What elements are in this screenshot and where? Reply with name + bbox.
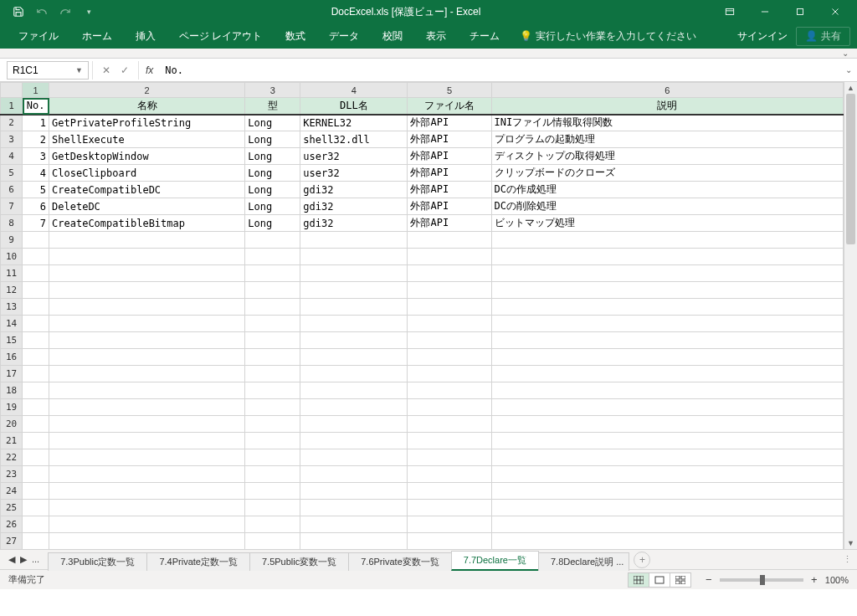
cell[interactable] [491,232,843,249]
col-header[interactable]: 1 [23,83,49,98]
cell[interactable] [23,265,49,282]
signin-link[interactable]: サインイン [729,29,796,44]
normal-view-icon[interactable] [628,572,649,588]
cell[interactable] [23,316,49,332]
cell[interactable]: 7 [23,215,49,232]
tab-insert[interactable]: 挿入 [124,23,167,49]
sheet-tab[interactable]: 7.4Private定数一覧 [146,552,250,571]
enter-icon[interactable]: ✓ [116,64,133,76]
tab-review[interactable]: 校閲 [371,23,414,49]
row-header[interactable]: 9 [1,232,23,249]
cell[interactable] [300,282,408,299]
cell[interactable]: user32 [300,148,408,165]
cell[interactable] [245,533,300,550]
cell[interactable]: ビットマップ処理 [491,215,843,232]
cell[interactable] [491,533,843,550]
cell[interactable] [23,533,49,550]
zoom-out-button[interactable]: − [703,573,715,586]
scroll-down-icon[interactable]: ▼ [844,539,857,547]
select-all-corner[interactable] [1,83,23,98]
cell[interactable] [245,433,300,449]
cell[interactable] [245,282,300,299]
cell[interactable]: 外部API [408,182,491,198]
header-cell[interactable]: DLL名 [300,98,408,115]
cell[interactable]: 外部API [408,131,491,148]
cell[interactable]: DCの作成処理 [491,182,843,198]
cell[interactable] [49,282,245,299]
cell[interactable] [300,399,408,416]
cell[interactable] [408,483,491,500]
header-cell[interactable]: 説明 [491,98,843,115]
cell[interactable] [300,416,408,433]
page-break-view-icon[interactable] [670,572,691,588]
cell[interactable] [49,516,245,533]
cell[interactable]: INIファイル情報取得関数 [491,115,843,131]
cell[interactable] [23,466,49,483]
cell[interactable] [300,449,408,466]
cell[interactable] [245,416,300,433]
cell[interactable] [491,299,843,316]
cell[interactable] [300,516,408,533]
fx-icon[interactable]: fx [139,64,160,76]
close-icon[interactable] [819,2,852,22]
cell[interactable] [49,416,245,433]
cell[interactable] [491,366,843,382]
cell[interactable] [408,349,491,366]
tab-nav-more[interactable]: ... [30,554,41,565]
cell[interactable] [491,483,843,500]
cell[interactable] [245,349,300,366]
row-header[interactable]: 11 [1,265,23,282]
cell[interactable] [23,449,49,466]
cell[interactable] [408,533,491,550]
row-header[interactable]: 7 [1,198,23,215]
cell[interactable] [491,500,843,516]
cell[interactable] [23,416,49,433]
cell[interactable] [23,299,49,316]
cell[interactable] [49,366,245,382]
cell[interactable] [491,249,843,265]
col-header[interactable]: 2 [49,83,245,98]
cell[interactable]: gdi32 [300,215,408,232]
tab-data[interactable]: データ [317,23,371,49]
name-box-dropdown-icon[interactable]: ▼ [75,66,83,74]
cell[interactable] [300,316,408,332]
cell[interactable] [49,466,245,483]
row-header[interactable]: 18 [1,382,23,399]
cell[interactable]: 2 [23,131,49,148]
col-header[interactable]: 5 [408,83,491,98]
row-header[interactable]: 27 [1,533,23,550]
cell[interactable] [491,265,843,282]
cell[interactable] [245,332,300,349]
cell[interactable] [245,232,300,249]
cell[interactable]: DCの削除処理 [491,198,843,215]
cell[interactable] [408,366,491,382]
formula-input[interactable] [160,61,840,80]
header-cell[interactable]: 型 [245,98,300,115]
collapse-ribbon-icon[interactable]: ⌄ [842,49,849,58]
cell[interactable] [245,449,300,466]
zoom-slider[interactable] [720,578,803,582]
name-box[interactable]: R1C1 ▼ [7,61,89,80]
new-sheet-button[interactable]: + [634,552,650,568]
cell[interactable] [491,449,843,466]
cell[interactable] [491,382,843,399]
cell[interactable] [491,416,843,433]
cell[interactable]: 外部API [408,165,491,182]
row-header[interactable]: 12 [1,282,23,299]
cell[interactable] [300,232,408,249]
cell[interactable] [408,433,491,449]
cell[interactable] [300,366,408,382]
row-header[interactable]: 24 [1,483,23,500]
cell[interactable] [491,466,843,483]
cell[interactable] [49,449,245,466]
row-header[interactable]: 26 [1,516,23,533]
cell[interactable]: 1 [23,115,49,131]
sheet-tab[interactable]: 7.6Private変数一覧 [348,552,452,571]
scroll-thumb[interactable] [846,94,855,244]
cell[interactable] [408,416,491,433]
cell[interactable] [49,399,245,416]
cell[interactable]: Long [245,131,300,148]
cell[interactable] [300,533,408,550]
row-header[interactable]: 6 [1,182,23,198]
cell[interactable]: GetDesktopWindow [49,148,245,165]
